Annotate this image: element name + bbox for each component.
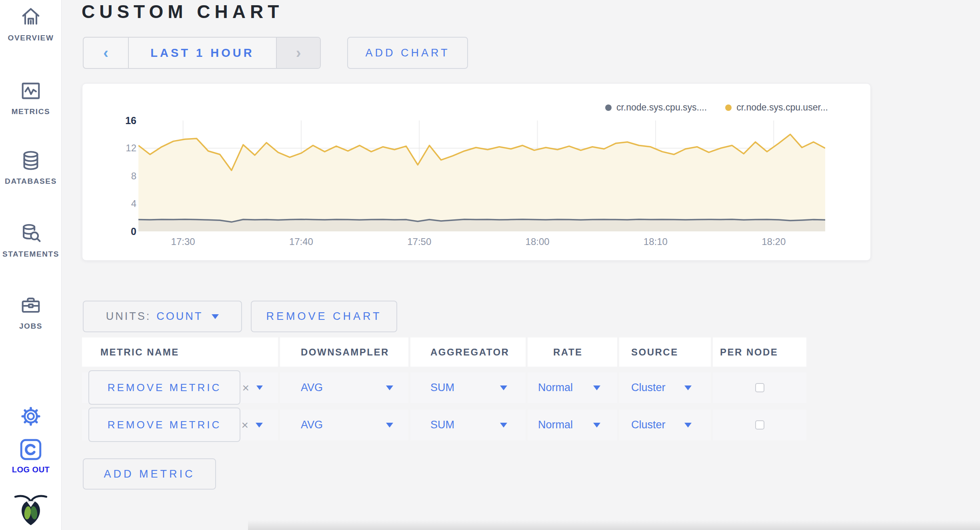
sidebar-item-jobs[interactable]: JOBS <box>0 294 62 331</box>
rate-cell: Normal <box>528 372 617 403</box>
column-header-metric-name: METRIC NAME <box>82 337 278 367</box>
logout-button[interactable]: LOG OUT <box>0 437 62 474</box>
chevron-right-icon: › <box>296 45 301 60</box>
sidebar-item-statements[interactable]: STATEMENTS <box>0 222 62 259</box>
metric-row-sys-cpu-sys: sys.cpu.sys.percent × AVG SUM Normal <box>82 372 976 403</box>
downsampler-value[interactable]: AVG <box>301 381 323 394</box>
downsampler-cell: AVG <box>280 410 408 440</box>
column-header-rate: RATE <box>528 337 617 367</box>
database-icon <box>19 149 42 172</box>
rate-value[interactable]: Normal <box>538 381 573 394</box>
chart-panel: cr.node.sys.cpu.sys.... cr.node.sys.cpu.… <box>82 83 871 261</box>
time-range-selector: ‹ LAST 1 HOUR › <box>83 37 321 69</box>
time-range-next-button[interactable]: › <box>276 38 320 68</box>
legend-item[interactable]: cr.node.sys.cpu.sys.... <box>605 102 707 113</box>
caret-down-icon[interactable] <box>593 385 600 390</box>
metrics-graph-icon <box>19 79 42 102</box>
aggregator-value[interactable]: SUM <box>430 381 454 394</box>
settings-gear-button[interactable] <box>0 406 62 427</box>
column-header-per-node: PER NODE <box>713 337 806 367</box>
y-tick-label: 0 <box>131 226 136 237</box>
column-header-aggregator: AGGREGATOR <box>410 337 526 367</box>
legend-label: cr.node.sys.cpu.user... <box>736 102 828 113</box>
source-cell: Cluster <box>619 410 711 440</box>
source-value[interactable]: Cluster <box>631 419 666 431</box>
actions-cell: REMOVE METRIC <box>808 372 976 403</box>
y-tick-label: 8 <box>131 171 136 182</box>
caret-down-icon[interactable] <box>386 423 393 428</box>
legend-item[interactable]: cr.node.sys.cpu.user... <box>725 102 828 113</box>
units-dropdown[interactable]: UNITS: COUNT <box>83 301 242 332</box>
legend-dot-sys <box>605 104 612 111</box>
time-range-prev-button[interactable]: ‹ <box>84 38 129 68</box>
y-tick-label: 16 <box>125 115 136 126</box>
chart-plot-area[interactable] <box>138 120 825 231</box>
brand-logo <box>0 492 62 528</box>
sidebar-item-label: STATEMENTS <box>2 250 59 259</box>
caret-down-icon[interactable] <box>256 423 263 428</box>
legend-label: cr.node.sys.cpu.sys.... <box>616 102 707 113</box>
remove-metric-button[interactable]: REMOVE METRIC <box>88 408 240 442</box>
per-node-checkbox[interactable] <box>755 383 764 392</box>
downsampler-cell: AVG <box>280 372 408 403</box>
caret-down-icon[interactable] <box>593 423 600 428</box>
sidebar-item-metrics[interactable]: METRICS <box>0 79 62 116</box>
time-range-dropdown[interactable]: LAST 1 HOUR <box>129 38 276 68</box>
metric-row-sys-cpu-user: sys.cpu.user.percent × AVG SUM Normal <box>82 410 976 440</box>
x-axis-labels: 17:3017:4017:5018:0018:1018:20 <box>138 236 825 248</box>
source-value[interactable]: Cluster <box>631 381 666 394</box>
x-tick-label: 18:00 <box>526 236 550 247</box>
add-chart-button[interactable]: ADD CHART <box>347 37 468 69</box>
column-header-downsampler: DOWNSAMPLER <box>280 337 408 367</box>
column-header-source: SOURCE <box>619 337 711 367</box>
remove-metric-button[interactable]: REMOVE METRIC <box>88 370 240 405</box>
x-tick-label: 18:10 <box>644 236 668 247</box>
clear-metric-icon[interactable]: × <box>241 418 248 432</box>
y-tick-label: 4 <box>131 198 136 209</box>
custom-chart-page: OVERVIEW METRICS DATABASES <box>0 0 980 530</box>
actions-cell: REMOVE METRIC <box>808 410 976 440</box>
clear-metric-icon[interactable]: × <box>242 381 249 395</box>
per-node-cell <box>713 372 806 403</box>
caret-down-icon <box>212 314 219 319</box>
per-node-checkbox[interactable] <box>755 420 764 430</box>
cockroach-c-icon <box>18 437 43 462</box>
home-chart-icon <box>19 6 42 29</box>
aggregator-cell: SUM <box>410 410 526 440</box>
caret-down-icon[interactable] <box>500 385 507 390</box>
x-tick-label: 17:50 <box>407 236 431 247</box>
sidebar-item-label: OVERVIEW <box>8 34 54 42</box>
legend-dot-user <box>725 104 732 111</box>
metrics-table-header: METRIC NAME DOWNSAMPLER AGGREGATOR RATE … <box>82 337 976 367</box>
rate-value[interactable]: Normal <box>538 419 573 431</box>
aggregator-value[interactable]: SUM <box>430 419 454 431</box>
add-metric-button[interactable]: ADD METRIC <box>83 458 216 490</box>
caret-down-icon[interactable] <box>386 385 393 390</box>
downsampler-value[interactable]: AVG <box>301 419 323 431</box>
logout-label: LOG OUT <box>12 465 50 474</box>
chevron-left-icon: ‹ <box>103 45 108 60</box>
x-tick-label: 17:40 <box>289 236 313 247</box>
x-tick-label: 17:30 <box>171 236 195 247</box>
units-value: COUNT <box>156 310 203 323</box>
sidebar-item-databases[interactable]: DATABASES <box>0 149 62 186</box>
aggregator-cell: SUM <box>410 372 526 403</box>
caret-down-icon[interactable] <box>256 385 263 390</box>
caret-down-icon[interactable] <box>684 385 692 390</box>
y-tick-label: 12 <box>126 143 136 154</box>
chart-legend: cr.node.sys.cpu.sys.... cr.node.sys.cpu.… <box>605 102 828 113</box>
cockroachdb-bug-logo <box>14 492 48 528</box>
database-search-icon <box>19 222 42 245</box>
sidebar-item-overview[interactable]: OVERVIEW <box>0 6 62 42</box>
sidebar-item-label: DATABASES <box>5 177 57 186</box>
page-title: CUSTOM CHART <box>82 1 283 22</box>
remove-chart-button[interactable]: REMOVE CHART <box>251 301 397 332</box>
main-content: CUSTOM CHART ‹ LAST 1 HOUR › ADD CHART c… <box>62 0 980 530</box>
briefcase-icon <box>19 294 42 317</box>
caret-down-icon[interactable] <box>684 423 692 428</box>
y-axis-labels: 0481216 <box>104 120 136 231</box>
units-prefix-label: UNITS: <box>106 310 151 323</box>
sidebar-item-label: JOBS <box>19 322 42 331</box>
source-cell: Cluster <box>619 372 711 403</box>
caret-down-icon[interactable] <box>500 423 507 428</box>
